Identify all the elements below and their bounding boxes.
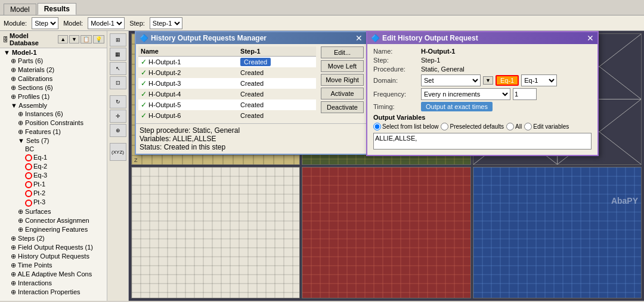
tree-item-pos-constraints[interactable]: ⊕ Position Constraints (0, 119, 107, 127)
tree-item-field-output[interactable]: ⊕ Field Output Requests (1) (0, 243, 107, 252)
tree-item-pt1[interactable]: Pt-1 (0, 180, 107, 189)
mesh-cell-red (302, 167, 470, 298)
watermark: AbaPY (611, 196, 638, 206)
status-5: Created (238, 99, 316, 110)
mesh-cell-light (131, 167, 300, 298)
tree-item-surfaces[interactable]: ⊕ Surfaces (0, 207, 107, 216)
module-bar: Module: Step Model: Model-1 Step: Step-1 (0, 15, 644, 31)
step-select[interactable]: Step-1 (150, 17, 182, 29)
tree-item-profiles[interactable]: ⊕ Profiles (1) (0, 92, 107, 101)
status-6: Created (238, 110, 316, 121)
table-row[interactable]: ✓ H-Output-3 Created (138, 78, 316, 89)
move-left-button[interactable]: Move Left (321, 60, 364, 72)
model-label: Model: (63, 20, 83, 27)
tree-item-materials[interactable]: ⊕ Materials (2) (0, 66, 107, 74)
tab-model[interactable]: Model (4, 4, 36, 15)
module-label: Module: (4, 20, 27, 27)
tree-item-history-output[interactable]: ⊕ History Output Requests (0, 252, 107, 261)
edit-dialog-title: Edit History Output Request (382, 34, 478, 42)
eq-highlight-badge: Eq-1 (496, 75, 519, 86)
radio-group: Select from list below Preselected defau… (373, 123, 592, 130)
icon-view[interactable]: ⊡ (110, 76, 126, 89)
radio-all[interactable]: All (506, 123, 522, 130)
table-row[interactable]: ✓ H-Output-5 Created (138, 99, 316, 110)
output-vars-label: Output Variables (373, 114, 592, 121)
status-4: Created (238, 89, 316, 99)
status-3: Created (238, 78, 316, 89)
radio-edit[interactable]: Edit variables (524, 123, 569, 130)
domain-select[interactable]: Set (421, 74, 481, 86)
activate-button[interactable]: Activate (321, 88, 364, 99)
tree-item-eq2[interactable]: Eq-2 (0, 162, 107, 171)
domain-dropdown-btn[interactable]: ▼ (483, 76, 493, 85)
tab-results[interactable]: Results (38, 3, 76, 15)
tree-item-model1[interactable]: ▼ Model-1 (0, 48, 107, 57)
tree-item-time-points[interactable]: ⊕ Time Points (0, 261, 107, 270)
tree-item-bc[interactable]: BC (0, 145, 107, 153)
icon-strip: ⊞ ▦ ↖ ⊡ ↻ ✛ ⊕ (XYZ) (107, 31, 129, 301)
name-value: H-Output-1 (421, 48, 455, 55)
sidebar-btn-up[interactable]: ▲ (58, 35, 68, 43)
tree-item-eq3[interactable]: Eq-3 (0, 171, 107, 180)
tree-item-assembly[interactable]: ▼ Assembly (0, 101, 107, 110)
model-select[interactable]: Model-1 (88, 17, 125, 29)
frequency-select[interactable]: Every n increments (421, 88, 510, 100)
timing-label: Timing: (373, 103, 421, 110)
move-right-button[interactable]: Move Right (321, 74, 364, 86)
tree-item-features[interactable]: ⊕ Features (1) (0, 127, 107, 136)
tree-item-pt3[interactable]: Pt-3 (0, 198, 107, 207)
tree-item-sets[interactable]: ▼ Sets (7) (0, 136, 107, 145)
tree-item-connector[interactable]: ⊕ Connector Assignmen (0, 216, 107, 225)
name-label: Name: (373, 48, 421, 55)
procedure-value: Static, General (421, 66, 465, 73)
n-input[interactable] (513, 88, 537, 100)
table-row[interactable]: ✓ H-Output-2 Created (138, 67, 316, 78)
table-row[interactable]: ✓ H-Output-6 Created (138, 110, 316, 121)
edit-dialog-close[interactable]: ✕ (587, 34, 594, 42)
status-badge-1: Created (240, 58, 271, 66)
icon-mesh[interactable]: ▦ (110, 48, 126, 61)
col-step1-header: Step-1 (238, 46, 316, 57)
tree-item-instances[interactable]: ⊕ Instances (6) (0, 110, 107, 119)
step-label-edit: Step: (373, 57, 421, 64)
output-textarea[interactable]: ALLIE,ALLSE, (373, 133, 592, 150)
edit-button[interactable]: Edit... (321, 46, 364, 58)
sidebar-btn-copy[interactable]: 📋 (80, 35, 92, 43)
icon-zoom[interactable]: ⊕ (110, 124, 126, 137)
radio-preselected[interactable]: Preselected defaults (441, 123, 504, 130)
deactivate-button[interactable]: Deactivate (321, 101, 364, 113)
tree-item-calibrations[interactable]: ⊕ Calibrations (0, 74, 107, 83)
tree-item-steps[interactable]: ⊕ Steps (2) (0, 234, 107, 243)
table-row[interactable]: ✓ H-Output-4 Created (138, 89, 316, 99)
icon-move[interactable]: ✛ (110, 110, 126, 123)
edit-dialog-titlebar: 🔷 Edit History Output Request ✕ (367, 32, 597, 44)
sidebar-btn-down[interactable]: ▼ (69, 35, 79, 43)
footer-variables: Variables: ALLIE,ALLSE (140, 135, 363, 143)
tree-item-parts[interactable]: ⊕ Parts (6) (0, 57, 107, 66)
step-label: Step: (129, 20, 145, 27)
module-select[interactable]: Step (32, 17, 58, 29)
frequency-label: Frequency: (373, 91, 421, 98)
history-manager-close[interactable]: ✕ (355, 34, 363, 42)
db-icon: 🗄 (2, 36, 8, 43)
icon-grid[interactable]: ⊞ (110, 33, 126, 46)
timing-value: Output at exact times (421, 102, 493, 111)
tree-item-interaction-props[interactable]: ⊕ Interaction Properties (0, 288, 107, 297)
tree-item-eq1[interactable]: Eq-1 (0, 153, 107, 162)
tree-item-eng-features[interactable]: ⊕ Engineering Features (0, 225, 107, 234)
sidebar-btn-light[interactable]: 💡 (93, 35, 104, 43)
icon-rotate[interactable]: ↻ (110, 95, 126, 108)
tree-item-ale[interactable]: ⊕ ALE Adaptive Mesh Cons (0, 270, 107, 279)
col-name-header: Name (138, 46, 238, 57)
radio-select-list[interactable]: Select from list below (373, 123, 438, 130)
eq-select[interactable]: Eq-1 (521, 74, 557, 86)
table-row[interactable]: ✓ H-Output-1 Created (138, 57, 316, 68)
icon-arrow[interactable]: ↖ (110, 62, 126, 75)
tree-item-pt2[interactable]: Pt-2 (0, 189, 107, 198)
tree-item-sections[interactable]: ⊕ Sections (6) (0, 83, 107, 92)
mesh-cell-blue (473, 167, 642, 298)
history-manager-titlebar: 🔷 History Output Requests Manager ✕ (136, 32, 366, 44)
tree-item-interactions[interactable]: ⊕ Interactions (0, 279, 107, 288)
sidebar: 🗄 Model Database ▲ ▼ 📋 💡 ▼ Model-1 ⊕ Par… (0, 31, 107, 301)
icon-xyz[interactable]: (XYZ) (110, 143, 126, 161)
